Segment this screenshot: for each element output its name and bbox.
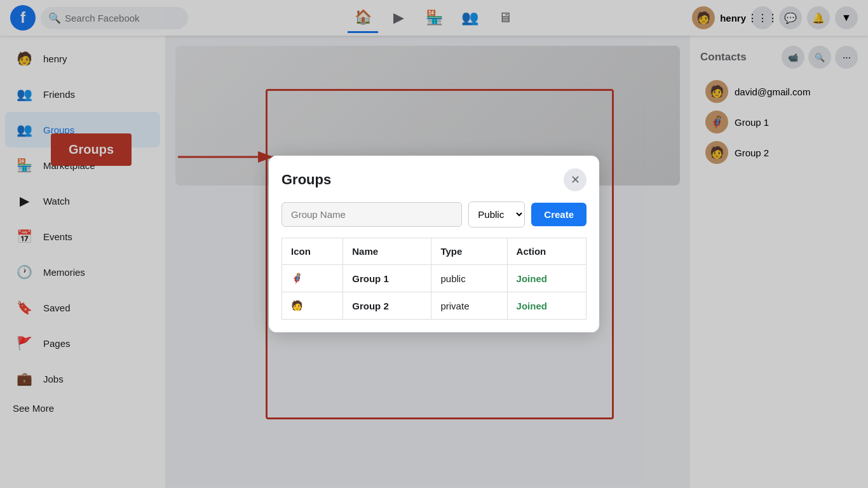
modal-title: Groups [281,172,331,188]
group-type-cell-1: private [431,292,507,320]
group-icon-cell-1: 🧑 [282,292,343,320]
modal-form: Public Private Create [281,201,587,227]
modal-close-button[interactable]: ✕ [564,168,587,191]
group-action-cell-0[interactable]: Joined [507,265,586,292]
group-name-cell-1: Group 2 [343,292,431,320]
group-type-cell-0: public [431,265,507,292]
group-name-input[interactable] [281,202,462,227]
col-type: Type [431,238,507,265]
group-type-select[interactable]: Public Private [468,201,525,227]
create-group-button[interactable]: Create [531,203,587,226]
table-header-row: Icon Name Type Action [282,238,587,265]
group-icon-cell-0: 🦸 [282,265,343,292]
col-icon: Icon [282,238,343,265]
groups-table: Icon Name Type Action 🦸 Group 1 public J… [281,238,587,320]
modal-header: Groups ✕ [281,168,587,191]
col-action: Action [507,238,586,265]
group-action-cell-1[interactable]: Joined [507,292,586,320]
modal-overlay: Groups ✕ Public Private Create Icon Name… [0,0,868,488]
groups-modal: Groups ✕ Public Private Create Icon Name… [269,156,599,332]
col-name: Name [343,238,431,265]
table-row: 🦸 Group 1 public Joined [282,265,587,292]
group-name-cell-0: Group 1 [343,265,431,292]
table-row: 🧑 Group 2 private Joined [282,292,587,320]
